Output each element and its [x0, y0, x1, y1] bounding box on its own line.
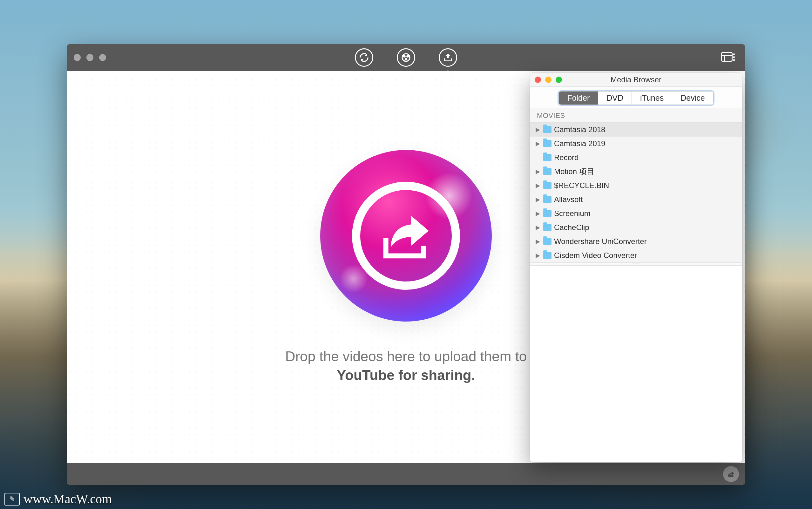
folder-label: Motion 项目 [554, 167, 594, 177]
chevron-right-icon[interactable]: ▶ [536, 224, 541, 231]
folder-list: ▶ Camtasia 2018 ▶ Camtasia 2019 ▶ Record… [530, 123, 742, 263]
preview-pane [530, 266, 742, 462]
folder-label: Wondershare UniConverter [554, 237, 647, 246]
media-browser-title: Media Browser [610, 75, 662, 84]
folder-icon [543, 252, 552, 259]
video-icon[interactable] [397, 48, 415, 67]
svg-point-1 [403, 55, 405, 57]
pane-resize-handle[interactable] [530, 263, 742, 266]
drop-badge-ring [352, 182, 460, 290]
folder-row[interactable]: ▶ Cisdem Video Converter [530, 248, 742, 263]
folder-icon [543, 196, 552, 203]
folder-row[interactable]: ▶ Wondershare UniConverter [530, 235, 742, 248]
folder-label: CacheClip [554, 223, 589, 232]
folder-icon [543, 224, 552, 231]
svg-point-3 [405, 59, 407, 60]
watermark: ✎ www.MacW.com [4, 491, 112, 506]
zoom-button[interactable] [99, 54, 106, 61]
mb-close-button[interactable] [535, 76, 541, 83]
chevron-right-icon[interactable]: ▶ [536, 182, 541, 189]
chevron-right-icon[interactable]: ▶ [536, 210, 541, 217]
convert-icon[interactable] [355, 48, 373, 67]
tab-folder[interactable]: Folder [559, 92, 598, 105]
window-controls [74, 54, 106, 61]
media-browser-tabs: Folder DVD iTunes Device [530, 87, 742, 108]
mb-zoom-button[interactable] [556, 76, 562, 83]
folder-label: Allavsoft [554, 195, 583, 204]
folder-label: $RECYCLE.BIN [554, 181, 609, 190]
tab-device[interactable]: Device [672, 92, 713, 105]
folder-row[interactable]: ▶ Allavsoft [530, 193, 742, 206]
folder-icon [543, 182, 552, 189]
folder-label: Camtasia 2019 [554, 139, 605, 148]
chevron-right-icon[interactable]: ▶ [536, 238, 541, 245]
folder-label: Camtasia 2018 [554, 125, 605, 134]
media-browser-window-controls [535, 76, 562, 83]
folder-icon [543, 168, 552, 175]
drop-text-line2: YouTube for sharing. [285, 366, 527, 384]
watermark-text: www.MacW.com [24, 491, 112, 506]
drop-instruction-text: Drop the videos here to upload them to Y… [285, 347, 527, 385]
folder-icon [543, 210, 552, 217]
media-browser-window: Media Browser Folder DVD iTunes Device M… [530, 73, 742, 462]
chevron-right-icon[interactable]: ▶ [536, 126, 541, 133]
tab-segmented-control: Folder DVD iTunes Device [559, 91, 713, 105]
folder-icon [543, 126, 552, 133]
svg-rect-4 [722, 53, 732, 61]
folder-row[interactable]: ▶ Camtasia 2018 [530, 123, 742, 137]
folder-row[interactable]: ▶ $RECYCLE.BIN [530, 178, 742, 193]
folder-label: Record [554, 153, 578, 162]
share-arrow-icon [376, 206, 436, 266]
toolbar-center [355, 48, 457, 67]
svg-point-2 [407, 55, 409, 57]
app-titlebar [67, 44, 745, 71]
folder-row[interactable]: ▶ Camtasia 2019 [530, 137, 742, 150]
chevron-right-icon[interactable]: ▶ [536, 140, 541, 147]
folder-row[interactable]: ▶ CacheClip [530, 220, 742, 235]
chevron-right-icon[interactable]: ▶ [536, 196, 541, 203]
folder-label: Cisdem Video Converter [554, 251, 637, 260]
media-panel-toggle[interactable] [721, 50, 736, 65]
minimize-button[interactable] [86, 54, 94, 61]
watermark-icon: ✎ [4, 493, 20, 506]
folder-icon [543, 140, 552, 147]
folder-row[interactable]: ▶ Motion 项目 [530, 165, 742, 178]
section-header-movies: MOVIES [530, 108, 742, 123]
folder-label: Screenium [554, 209, 591, 218]
drop-text-line1: Drop the videos here to upload them to [285, 347, 527, 366]
app-footer [67, 463, 745, 485]
drop-badge [320, 150, 492, 321]
footer-share-button[interactable] [723, 466, 739, 482]
mb-minimize-button[interactable] [545, 76, 552, 83]
folder-icon [543, 238, 552, 245]
media-browser-titlebar: Media Browser [530, 73, 742, 87]
chevron-right-icon[interactable]: ▶ [536, 168, 541, 175]
chevron-right-icon[interactable]: ▶ [536, 252, 541, 259]
folder-row[interactable]: ▶ Screenium [530, 206, 742, 220]
tab-itunes[interactable]: iTunes [632, 92, 672, 105]
folder-row[interactable]: ▶ Record [530, 150, 742, 165]
close-button[interactable] [74, 54, 81, 61]
folder-icon [543, 154, 552, 161]
tab-dvd[interactable]: DVD [598, 92, 632, 105]
share-icon[interactable] [439, 48, 457, 67]
